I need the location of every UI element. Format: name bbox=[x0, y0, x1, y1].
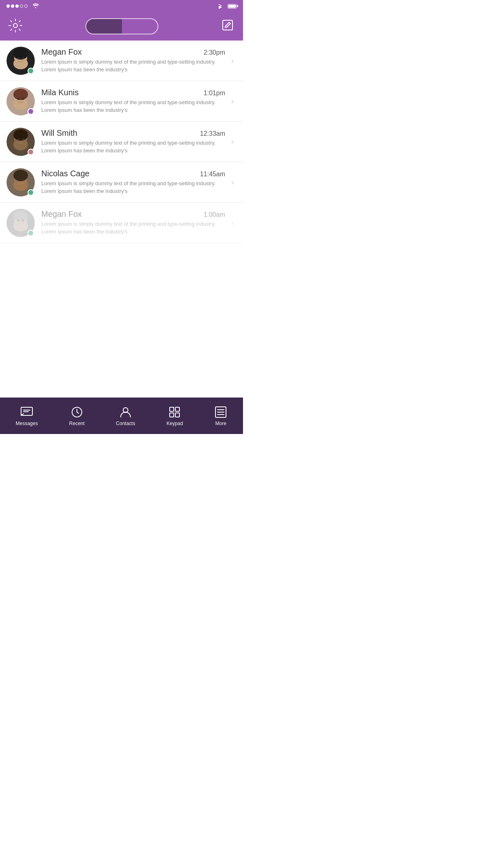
svg-rect-37 bbox=[170, 407, 174, 411]
contact-name: Will Smith bbox=[41, 128, 77, 138]
contact-name: Nicolas Cage bbox=[41, 169, 90, 178]
conversation-content: Nicolas Cage 11:45am Lorem Ipsum is simp… bbox=[41, 169, 225, 195]
svg-point-29 bbox=[13, 210, 28, 222]
svg-point-7 bbox=[22, 57, 24, 59]
svg-point-5 bbox=[13, 48, 28, 60]
status-dot bbox=[28, 230, 34, 236]
svg-rect-39 bbox=[170, 413, 174, 417]
avatar-wrap bbox=[6, 87, 35, 115]
status-dot bbox=[28, 189, 34, 196]
conv-header-row: Nicolas Cage 11:45am bbox=[41, 169, 225, 178]
message-preview: Lorem Ipsum is simply dummy text of the … bbox=[41, 58, 225, 74]
bottom-navigation: Messages Recent Contacts Keypad More bbox=[0, 398, 243, 434]
nav-label-contacts: Contacts bbox=[116, 421, 135, 426]
svg-point-31 bbox=[22, 219, 24, 221]
dot3 bbox=[15, 4, 19, 8]
message-time: 12:33am bbox=[200, 130, 225, 137]
segment-all[interactable] bbox=[86, 19, 122, 34]
dot1 bbox=[6, 4, 10, 8]
nav-item-keypad[interactable]: Keypad bbox=[166, 406, 183, 426]
message-preview: Lorem Ipsum is simply dummy text of the … bbox=[41, 180, 225, 195]
conversation-item[interactable]: Megan Fox 1:00am Lorem Ipsum is simply d… bbox=[0, 203, 243, 243]
svg-rect-40 bbox=[175, 413, 179, 417]
svg-point-12 bbox=[17, 98, 19, 100]
message-preview: Lorem Ipsum is simply dummy text of the … bbox=[41, 220, 225, 236]
nav-item-messages[interactable]: Messages bbox=[16, 406, 38, 426]
status-right bbox=[218, 2, 237, 10]
nav-item-more[interactable]: More bbox=[214, 406, 227, 426]
svg-point-6 bbox=[17, 57, 19, 59]
svg-point-18 bbox=[17, 138, 19, 140]
chevron-right-icon: › bbox=[228, 57, 237, 65]
nav-label-recent: Recent bbox=[69, 421, 85, 426]
compose-button[interactable] bbox=[221, 19, 235, 34]
chevron-right-icon: › bbox=[228, 178, 237, 186]
svg-point-23 bbox=[13, 170, 28, 181]
status-bar bbox=[0, 0, 243, 12]
conversation-item[interactable]: Will Smith 12:33am Lorem Ipsum is simply… bbox=[0, 122, 243, 162]
contact-name: Megan Fox bbox=[41, 47, 82, 57]
wifi-icon bbox=[32, 3, 39, 9]
chevron-right-icon: › bbox=[228, 219, 237, 227]
avatar-wrap bbox=[6, 47, 35, 75]
dot4 bbox=[20, 4, 23, 8]
recent-icon bbox=[70, 406, 83, 419]
svg-point-30 bbox=[17, 219, 19, 221]
more-icon bbox=[214, 406, 227, 419]
svg-point-24 bbox=[17, 179, 19, 181]
status-dot bbox=[28, 68, 34, 74]
contact-name: Megan Fox bbox=[41, 210, 82, 219]
svg-point-11 bbox=[13, 89, 28, 100]
conversation-item[interactable]: Mila Kunis 1:01pm Lorem Ipsum is simply … bbox=[0, 81, 243, 122]
svg-point-17 bbox=[13, 129, 28, 141]
conv-header-row: Mila Kunis 1:01pm bbox=[41, 88, 225, 97]
conversation-content: Megan Fox 1:00am Lorem Ipsum is simply d… bbox=[41, 210, 225, 236]
message-time: 1:01pm bbox=[204, 90, 225, 97]
app-header bbox=[0, 12, 243, 41]
conversation-item[interactable]: Nicolas Cage 11:45am Lorem Ipsum is simp… bbox=[0, 162, 243, 203]
nav-item-recent[interactable]: Recent bbox=[69, 406, 85, 426]
segment-control[interactable] bbox=[85, 18, 158, 34]
dot5 bbox=[24, 4, 28, 8]
message-time: 11:45am bbox=[200, 171, 225, 178]
status-dot bbox=[28, 108, 34, 115]
message-time: 1:00am bbox=[204, 211, 225, 218]
svg-point-19 bbox=[22, 138, 24, 140]
contact-name: Mila Kunis bbox=[41, 88, 79, 97]
settings-button[interactable] bbox=[8, 18, 23, 34]
svg-point-13 bbox=[22, 98, 24, 100]
segment-groups[interactable] bbox=[122, 19, 158, 34]
status-left bbox=[6, 3, 39, 9]
dot2 bbox=[11, 4, 14, 8]
conv-header-row: Megan Fox 2:30pm bbox=[41, 47, 225, 57]
nav-label-more: More bbox=[215, 421, 226, 426]
nav-item-contacts[interactable]: Contacts bbox=[116, 406, 135, 426]
contacts-icon bbox=[119, 406, 132, 419]
conversation-content: Mila Kunis 1:01pm Lorem Ipsum is simply … bbox=[41, 88, 225, 114]
message-time: 2:30pm bbox=[204, 49, 225, 56]
bluetooth-icon bbox=[218, 2, 223, 10]
keypad-icon bbox=[168, 406, 181, 419]
battery-icon bbox=[228, 4, 237, 9]
message-preview: Lorem Ipsum is simply dummy text of the … bbox=[41, 99, 225, 114]
svg-rect-38 bbox=[175, 407, 179, 411]
signal-dots bbox=[6, 4, 28, 8]
avatar-wrap bbox=[6, 168, 35, 197]
svg-point-0 bbox=[13, 24, 17, 28]
avatar-wrap bbox=[6, 209, 35, 237]
chevron-right-icon: › bbox=[228, 138, 237, 146]
svg-rect-1 bbox=[223, 20, 232, 30]
conversation-list: Megan Fox 2:30pm Lorem Ipsum is simply d… bbox=[0, 41, 243, 243]
message-preview: Lorem Ipsum is simply dummy text of the … bbox=[41, 139, 225, 155]
chevron-right-icon: › bbox=[228, 97, 237, 105]
nav-label-keypad: Keypad bbox=[166, 421, 183, 426]
conversation-item[interactable]: Megan Fox 2:30pm Lorem Ipsum is simply d… bbox=[0, 41, 243, 81]
conv-header-row: Will Smith 12:33am bbox=[41, 128, 225, 138]
conversation-content: Will Smith 12:33am Lorem Ipsum is simply… bbox=[41, 128, 225, 155]
conversation-content: Megan Fox 2:30pm Lorem Ipsum is simply d… bbox=[41, 47, 225, 74]
messages-icon bbox=[20, 406, 33, 419]
nav-label-messages: Messages bbox=[16, 421, 38, 426]
svg-point-25 bbox=[22, 179, 24, 181]
avatar-wrap bbox=[6, 128, 35, 156]
conv-header-row: Megan Fox 1:00am bbox=[41, 210, 225, 219]
